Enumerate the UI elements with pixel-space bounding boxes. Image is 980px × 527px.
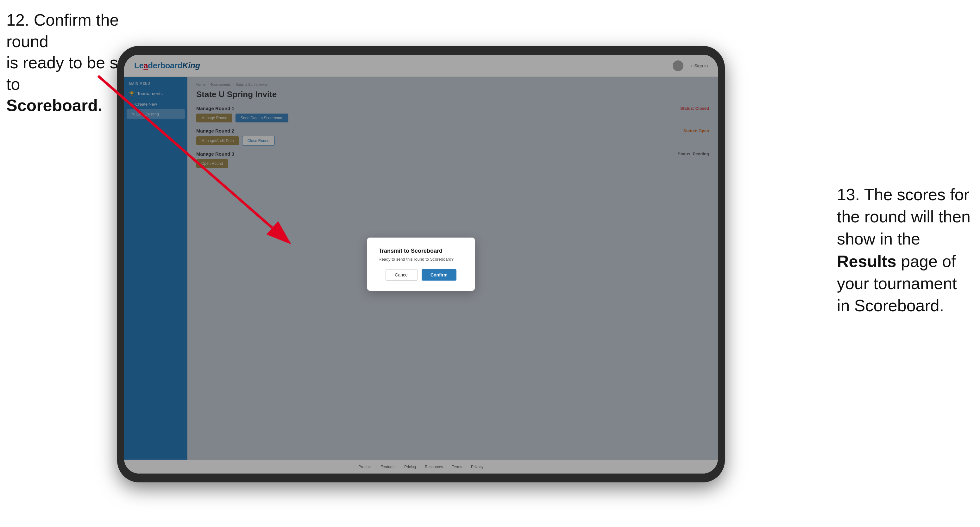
instruction-line3: Scoreboard. (6, 96, 102, 114)
instruction-bottom: 13. The scores forthe round will thensho… (837, 184, 970, 317)
instruction-bottom-text: 13. The scores forthe round will thensho… (837, 186, 970, 315)
modal-overlay: Transmit to Scoreboard Ready to send thi… (124, 55, 718, 473)
transmit-modal: Transmit to Scoreboard Ready to send thi… (367, 238, 475, 291)
modal-subtitle: Ready to send this round to Scoreboard? (379, 257, 463, 262)
tablet-frame: LeaderboardKing → Sign in MAIN MENU 🏆 (117, 46, 725, 483)
modal-buttons: Cancel Confirm (379, 269, 463, 281)
instruction-line1: 12. Confirm the round (6, 11, 119, 51)
modal-title: Transmit to Scoreboard (379, 248, 463, 254)
modal-cancel-button[interactable]: Cancel (385, 269, 418, 281)
modal-confirm-button[interactable]: Confirm (422, 269, 457, 281)
tablet-screen: LeaderboardKing → Sign in MAIN MENU 🏆 (124, 55, 718, 473)
app-container: LeaderboardKing → Sign in MAIN MENU 🏆 (124, 55, 718, 473)
